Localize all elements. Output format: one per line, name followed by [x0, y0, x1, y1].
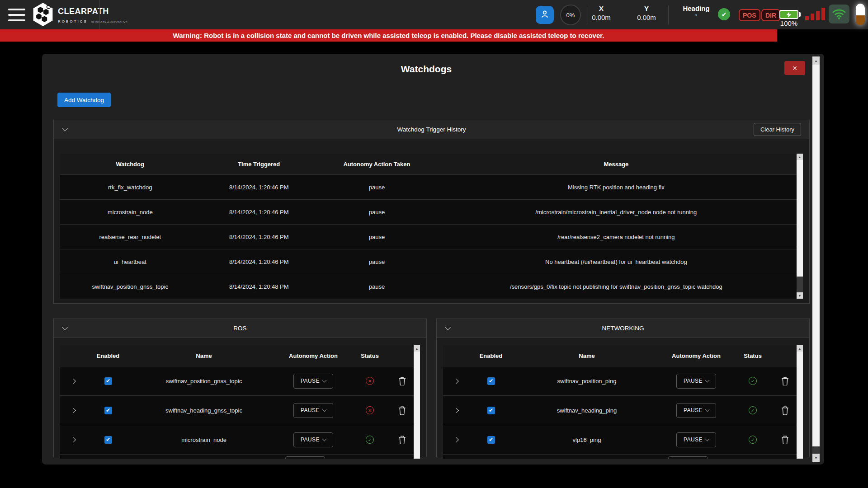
watchdog-name: swiftnav_heading_gnss_topic — [131, 407, 277, 414]
trash-icon — [781, 377, 789, 385]
autonomy-action-select[interactable]: PAUSE — [676, 432, 716, 447]
watchdog-name: microstrain_node — [131, 436, 277, 443]
networking-table-scrollbar[interactable]: ▲ — [797, 345, 803, 459]
history-watchdog-name: microstrain_node — [60, 209, 200, 216]
networking-panel-title: NETWORKING — [602, 325, 644, 332]
watchdog-row: vlp16_ping PAUSE ✓ — [443, 425, 797, 454]
scroll-down-icon[interactable]: ▼ — [812, 454, 820, 462]
clearpath-logo-icon — [32, 2, 54, 28]
watchdog-row: swiftnav_position_gnss_topic PAUSE ✕ — [60, 366, 414, 395]
history-time-triggered: 8/14/2024, 1:20:46 PM — [200, 234, 318, 240]
watchdog-name: swiftnav_position_ping — [514, 378, 660, 385]
column-header-message: Message — [436, 161, 797, 168]
history-message: /rear/realsense2_camera nodelet not runn… — [436, 234, 797, 240]
autonomy-action-select[interactable]: PAUSE — [676, 403, 716, 418]
history-watchdog-name: realsense_rear_nodelet — [60, 234, 200, 240]
autonomy-action-select[interactable]: PAUSE — [676, 374, 716, 389]
watchdog-row: swiftnav_heading_gnss_topic PAUSE ✕ — [60, 395, 414, 425]
wifi-icon — [832, 9, 846, 20]
autonomy-action-value: PAUSE — [301, 378, 320, 384]
watchdog-row: microstrain_node PAUSE ✓ — [60, 425, 414, 454]
chevron-down-icon — [62, 324, 68, 330]
level-indicator-pill — [856, 4, 865, 25]
history-table-scrollbar[interactable]: ▲ ▼ — [797, 154, 803, 299]
watchdog-name: swiftnav_heading_ping — [514, 407, 660, 414]
history-autonomy-action: pause — [318, 209, 436, 216]
column-header-enabled: Enabled — [85, 352, 131, 359]
scrollbar-thumb[interactable] — [414, 352, 420, 459]
clipped-next-row — [60, 454, 414, 459]
heading-value: ° — [674, 13, 719, 19]
column-header-name: Name — [514, 352, 660, 359]
autonomy-action-select[interactable]: PAUSE — [293, 403, 333, 418]
autonomy-action-select[interactable]: PAUSE — [293, 432, 333, 447]
hamburger-menu-button[interactable] — [8, 9, 25, 21]
signal-strength-icon — [805, 7, 825, 20]
expand-row-icon[interactable] — [70, 378, 76, 384]
enabled-checkbox[interactable] — [487, 377, 495, 385]
clear-history-button[interactable]: Clear History — [754, 123, 801, 136]
column-header-autonomy-action: Autonomy Action — [277, 352, 349, 359]
delete-watchdog-button[interactable] — [398, 377, 406, 385]
add-watchdog-button[interactable]: Add Watchdog — [57, 93, 111, 107]
trash-icon — [781, 436, 789, 444]
watchdogs-modal: Watchdogs ✕ Add Watchdog Watchdog Trigge… — [42, 54, 824, 465]
scrollbar-thumb[interactable] — [797, 352, 803, 459]
autonomy-action-select[interactable]: PAUSE — [293, 374, 333, 389]
user-avatar-button[interactable] — [536, 6, 554, 24]
chevron-down-icon — [322, 378, 326, 382]
column-header-status: Status — [349, 352, 390, 359]
history-panel: Watchdog Trigger History Clear History W… — [53, 120, 810, 304]
delete-watchdog-button[interactable] — [781, 436, 789, 444]
wifi-button[interactable] — [829, 5, 849, 23]
column-header-time-triggered: Time Triggered — [200, 161, 318, 168]
header-separator — [668, 5, 669, 24]
enabled-checkbox[interactable] — [487, 407, 495, 414]
scroll-up-icon[interactable]: ▲ — [414, 345, 420, 352]
modal-scrollbar[interactable]: ▲ ▼ — [812, 56, 820, 462]
watchdog-row: swiftnav_heading_ping PAUSE ✓ — [443, 395, 797, 425]
scroll-up-icon[interactable]: ▲ — [797, 345, 803, 352]
ros-panel-title: ROS — [233, 325, 246, 332]
delete-watchdog-button[interactable] — [781, 406, 789, 415]
brand-sub: ROBOTICS — [58, 19, 88, 23]
scroll-down-icon[interactable]: ▼ — [797, 292, 803, 299]
chevron-down-icon — [705, 378, 709, 382]
history-watchdog-name: ui_heartbeat — [60, 258, 200, 265]
trash-icon — [398, 377, 406, 385]
networking-panel-header[interactable]: NETWORKING — [437, 319, 809, 338]
expand-row-icon[interactable] — [453, 408, 459, 413]
chevron-down-icon — [62, 126, 68, 131]
expand-row-icon[interactable] — [70, 408, 76, 413]
status-icon: ✓ — [366, 436, 374, 444]
chevron-down-icon — [445, 324, 451, 330]
warning-text: Warning: Robot is in a collision state a… — [173, 32, 604, 39]
expand-row-icon[interactable] — [70, 437, 76, 443]
delete-watchdog-button[interactable] — [398, 406, 406, 415]
enabled-checkbox[interactable] — [104, 407, 112, 414]
delete-watchdog-button[interactable] — [398, 436, 406, 444]
scrollbar-thumb[interactable] — [797, 160, 803, 277]
expand-row-icon[interactable] — [453, 378, 459, 384]
ros-table-scrollbar[interactable]: ▲ — [414, 345, 420, 459]
history-message: Missing RTK position and heading fix — [436, 184, 797, 191]
column-header-autonomy-action: Autonomy Action — [660, 352, 732, 359]
x-label: X — [580, 5, 623, 12]
header-divider — [99, 0, 100, 29]
history-panel-header[interactable]: Watchdog Trigger History Clear History — [54, 120, 809, 139]
scrollbar-thumb[interactable] — [812, 65, 820, 446]
ros-panel-header[interactable]: ROS — [54, 319, 426, 338]
column-header-autonomy-action-taken: Autonomy Action Taken — [318, 161, 436, 168]
scroll-up-icon[interactable]: ▲ — [797, 154, 803, 160]
scroll-up-icon[interactable]: ▲ — [812, 56, 820, 65]
close-button[interactable]: ✕ — [784, 61, 805, 75]
enabled-checkbox[interactable] — [104, 377, 112, 385]
chevron-down-icon — [322, 436, 326, 441]
expand-row-icon[interactable] — [453, 437, 459, 443]
delete-watchdog-button[interactable] — [781, 377, 789, 385]
enabled-checkbox[interactable] — [487, 436, 495, 444]
chevron-down-icon — [705, 436, 709, 441]
y-label: Y — [625, 5, 668, 12]
enabled-checkbox[interactable] — [104, 436, 112, 444]
autonomy-action-value: PAUSE — [684, 378, 703, 384]
